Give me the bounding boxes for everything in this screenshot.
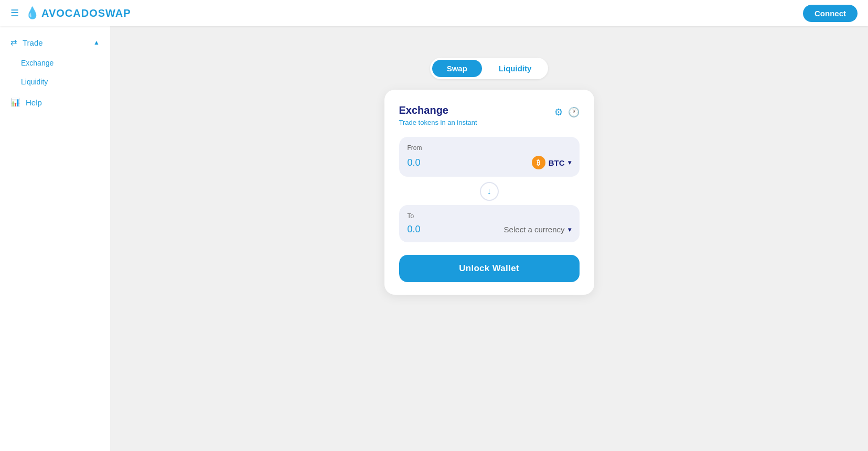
card-title-section: Exchange Trade tokens in an instant — [399, 104, 477, 126]
trade-icon: ⇄ — [10, 38, 17, 47]
select-currency-label: Select a currency — [504, 225, 565, 234]
from-field: From 0.0 ₿ BTC ▾ — [399, 137, 580, 177]
sidebar-item-exchange[interactable]: Exchange — [10, 53, 110, 72]
card-icons: ⚙ 🕐 — [554, 106, 580, 118]
swap-direction-button[interactable]: ↓ — [480, 182, 499, 201]
from-value[interactable]: 0.0 — [408, 157, 421, 168]
sidebar-help-label: Help — [26, 98, 42, 107]
history-icon[interactable]: 🕐 — [568, 106, 580, 118]
tab-swap[interactable]: Swap — [432, 60, 482, 77]
swap-arrow-container: ↓ — [399, 182, 580, 201]
card-header: Exchange Trade tokens in an instant ⚙ 🕐 — [399, 104, 580, 126]
to-label: To — [408, 212, 571, 220]
select-chevron-icon: ▾ — [568, 226, 571, 233]
logo: 💧 AVOCADOSWAP — [25, 6, 131, 20]
btc-icon: ₿ — [532, 156, 545, 169]
btc-chevron-icon: ▾ — [568, 159, 571, 166]
currency-selector[interactable]: Select a currency ▾ — [504, 225, 571, 234]
tabs-container: Swap Liquidity — [430, 58, 549, 79]
tab-liquidity[interactable]: Liquidity — [484, 60, 546, 77]
sidebar-item-help[interactable]: 📊 Help — [0, 91, 110, 113]
header-left: ☰ 💧 AVOCADOSWAP — [10, 6, 131, 20]
to-value[interactable]: 0.0 — [408, 224, 421, 235]
card-title: Exchange — [399, 104, 477, 116]
btc-label: BTC — [549, 158, 565, 167]
sidebar-item-liquidity[interactable]: Liquidity — [10, 72, 110, 91]
unlock-wallet-button[interactable]: Unlock Wallet — [399, 255, 580, 282]
from-label: From — [408, 144, 571, 152]
chart-icon: 📊 — [10, 98, 20, 107]
to-row: 0.0 Select a currency ▾ — [408, 224, 571, 235]
header: ☰ 💧 AVOCADOSWAP Connect — [0, 0, 868, 26]
logo-icon: 💧 — [25, 6, 39, 20]
exchange-card: Exchange Trade tokens in an instant ⚙ 🕐 … — [384, 90, 594, 295]
connect-button[interactable]: Connect — [803, 5, 858, 22]
card-subtitle: Trade tokens in an instant — [399, 119, 477, 126]
to-field: To 0.0 Select a currency ▾ — [399, 205, 580, 242]
logo-text: AVOCADOSWAP — [41, 7, 131, 19]
hamburger-icon[interactable]: ☰ — [10, 7, 19, 19]
sidebar-trade-label: Trade — [23, 38, 43, 47]
main-content: Swap Liquidity Exchange Trade tokens in … — [110, 26, 868, 451]
sidebar: ⇄ Trade ▲ Exchange Liquidity 📊 Help — [0, 26, 110, 451]
chevron-down-icon: ▲ — [93, 39, 100, 46]
btc-currency-selector[interactable]: ₿ BTC ▾ — [532, 156, 571, 169]
sidebar-item-trade[interactable]: ⇄ Trade ▲ — [0, 31, 110, 53]
from-row: 0.0 ₿ BTC ▾ — [408, 156, 571, 169]
settings-icon[interactable]: ⚙ — [554, 106, 563, 118]
sidebar-subitems: Exchange Liquidity — [0, 53, 110, 91]
